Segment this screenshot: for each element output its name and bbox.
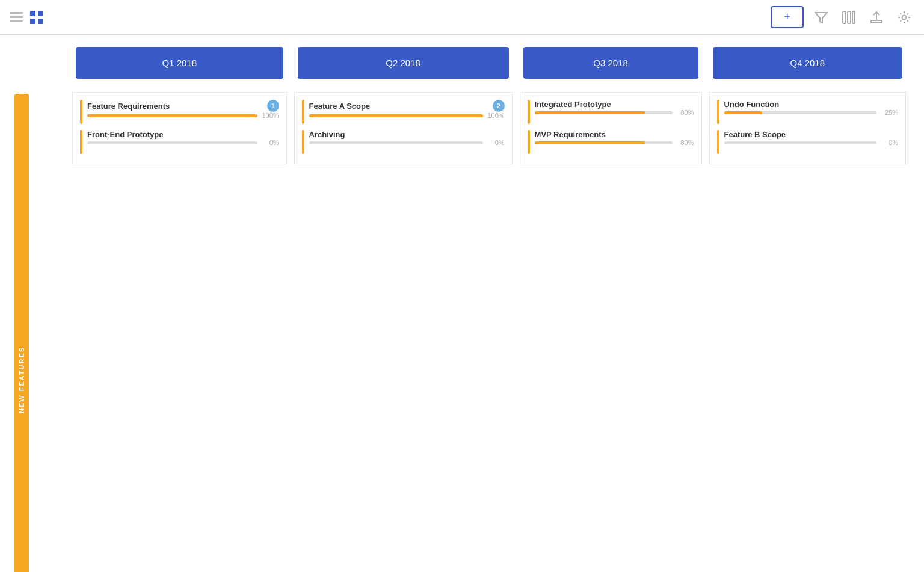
progress-pct: 80% bbox=[676, 109, 694, 116]
columns-icon[interactable] bbox=[839, 11, 859, 24]
accent-bar bbox=[302, 130, 304, 154]
svg-rect-3 bbox=[30, 11, 35, 16]
quarter-header-3: Q3 2018 bbox=[516, 47, 706, 88]
card-title: Archiving bbox=[309, 130, 345, 139]
quarter-header-1: Q1 2018 bbox=[69, 47, 291, 88]
card-title: Integrated Prototype bbox=[535, 100, 611, 109]
grid-view-icon[interactable] bbox=[30, 11, 43, 24]
svg-point-12 bbox=[902, 15, 907, 19]
cell-new-features-q2: Feature A Scope2100%Archiving0% bbox=[294, 92, 513, 164]
svg-marker-7 bbox=[815, 13, 827, 23]
card-new-features-q3-1[interactable]: MVP Requirements80% bbox=[528, 130, 694, 154]
settings-icon[interactable] bbox=[894, 11, 914, 24]
row-new-features: NEW FEATURESFeature Requirements1100%Fro… bbox=[14, 88, 910, 572]
row-label-new-features: NEW FEATURES bbox=[14, 94, 29, 572]
progress-row: 0% bbox=[309, 139, 505, 146]
filter-icon[interactable] bbox=[811, 11, 831, 24]
card-new-features-q2-0[interactable]: Feature A Scope2100% bbox=[302, 100, 505, 124]
accent-bar bbox=[80, 130, 82, 154]
svg-rect-11 bbox=[871, 20, 882, 23]
svg-rect-9 bbox=[848, 11, 851, 23]
svg-rect-1 bbox=[10, 16, 23, 18]
svg-rect-0 bbox=[10, 12, 23, 14]
card-title: Feature A Scope bbox=[309, 102, 371, 111]
accent-bar bbox=[717, 100, 719, 124]
card-new-features-q2-1[interactable]: Archiving0% bbox=[302, 130, 505, 154]
card-badge: 2 bbox=[493, 100, 505, 112]
accent-bar bbox=[528, 130, 530, 154]
svg-rect-5 bbox=[30, 19, 35, 24]
quarter-header-2: Q2 2018 bbox=[291, 47, 516, 88]
card-new-features-q1-0[interactable]: Feature Requirements1100% bbox=[80, 100, 279, 124]
cell-new-features-q4: Undo Function25%Feature B Scope0% bbox=[709, 92, 907, 164]
main-grid: Q1 2018Q2 2018Q3 2018Q4 2018NEW FEATURES… bbox=[0, 35, 924, 572]
card-title: Feature Requirements bbox=[87, 102, 170, 111]
accent-bar bbox=[528, 100, 530, 124]
svg-rect-6 bbox=[38, 19, 43, 24]
add-button[interactable]: + bbox=[771, 6, 804, 28]
progress-row: 25% bbox=[724, 109, 899, 116]
progress-row: 0% bbox=[724, 139, 899, 146]
progress-pct: 25% bbox=[880, 109, 898, 116]
plus-icon: + bbox=[784, 11, 790, 23]
card-title: Feature B Scope bbox=[724, 130, 786, 139]
card-new-features-q4-0[interactable]: Undo Function25% bbox=[717, 100, 899, 124]
cell-new-features-q1: Feature Requirements1100%Front-End Proto… bbox=[72, 92, 287, 164]
svg-rect-8 bbox=[843, 11, 846, 23]
progress-row: 80% bbox=[535, 109, 694, 116]
card-title: Undo Function bbox=[724, 100, 780, 109]
svg-rect-4 bbox=[38, 11, 43, 16]
progress-pct: 100% bbox=[487, 112, 505, 119]
progress-pct: 0% bbox=[487, 139, 505, 146]
quarter-header-4: Q4 2018 bbox=[706, 47, 910, 88]
progress-row: 100% bbox=[87, 112, 279, 119]
list-view-icon[interactable] bbox=[10, 12, 23, 23]
progress-pct: 0% bbox=[880, 139, 898, 146]
card-badge: 1 bbox=[267, 100, 279, 112]
progress-row: 100% bbox=[309, 112, 505, 119]
accent-bar bbox=[80, 100, 82, 124]
toolbar: + bbox=[0, 0, 924, 35]
card-new-features-q1-1[interactable]: Front-End Prototype0% bbox=[80, 130, 279, 154]
card-title: Front-End Prototype bbox=[87, 130, 163, 139]
card-title: MVP Requirements bbox=[535, 130, 606, 139]
svg-rect-2 bbox=[10, 20, 23, 22]
progress-row: 0% bbox=[87, 139, 279, 146]
card-new-features-q4-1[interactable]: Feature B Scope0% bbox=[717, 130, 899, 154]
svg-rect-10 bbox=[852, 11, 855, 23]
progress-pct: 80% bbox=[676, 139, 694, 146]
export-icon[interactable] bbox=[866, 11, 887, 24]
accent-bar bbox=[302, 100, 304, 124]
card-new-features-q3-0[interactable]: Integrated Prototype80% bbox=[528, 100, 694, 124]
cell-new-features-q3: Integrated Prototype80%MVP Requirements8… bbox=[520, 92, 702, 164]
progress-row: 80% bbox=[535, 139, 694, 146]
accent-bar bbox=[717, 130, 719, 154]
progress-pct: 100% bbox=[261, 112, 279, 119]
progress-pct: 0% bbox=[261, 139, 279, 146]
